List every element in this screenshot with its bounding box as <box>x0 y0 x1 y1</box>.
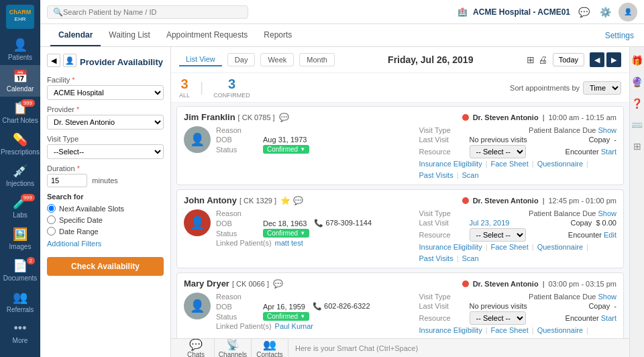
gift-icon[interactable]: 🎁 <box>629 52 644 68</box>
past-visits-link-1[interactable]: Past Visits <box>419 171 453 179</box>
today-button[interactable]: Today <box>553 53 584 66</box>
keyboard-icon[interactable]: ⌨️ <box>629 117 644 133</box>
questionnaire-link-3[interactable]: Questionnaire <box>537 326 584 334</box>
tab-waiting-list[interactable]: Waiting List <box>101 25 158 46</box>
questionnaire-link-2[interactable]: Questionnaire <box>537 243 584 251</box>
linked-patients-row-2: Linked Patient(s) matt test <box>216 239 414 247</box>
questionnaire-link-1[interactable]: Questionnaire <box>537 160 584 168</box>
search-box[interactable]: 🔍 <box>47 5 248 19</box>
bottom-channels[interactable]: 📡 Channels <box>215 339 252 358</box>
encounter-link-2[interactable]: Edit <box>604 231 616 239</box>
wand-icon[interactable]: 🔮 <box>629 74 644 90</box>
action-links-2: Insurance Eligibility | Face Sheet | Que… <box>419 243 617 262</box>
sort-select[interactable]: Time <box>583 81 621 95</box>
radio-date-range[interactable]: Date Range <box>47 227 164 236</box>
help-icon[interactable]: ❓ <box>629 95 644 111</box>
linked-patient-link-2[interactable]: matt test <box>275 239 303 247</box>
check-availability-button[interactable]: Check Availability <box>47 257 164 276</box>
balance-link-3[interactable]: Show <box>598 293 616 301</box>
view-week[interactable]: Week <box>260 53 294 66</box>
separator-2: | <box>543 197 545 205</box>
resource-select-3[interactable]: -- Select -- <box>470 311 526 325</box>
past-visits-link-2[interactable]: Past Visits <box>419 254 453 262</box>
status-badge-2[interactable]: Confirmed ▼ <box>263 229 309 238</box>
sidebar-item-calendar[interactable]: 📅 Calendar <box>0 65 40 97</box>
sidebar-item-referrals[interactable]: 👥 Referrals <box>0 286 40 317</box>
chat-icon-2[interactable]: 💬 <box>293 196 303 205</box>
settings-link[interactable]: Settings <box>605 31 634 40</box>
facility-select[interactable]: ACME Hospital <box>47 85 164 100</box>
print-icon[interactable]: 🖨 <box>538 54 547 65</box>
search-input[interactable] <box>63 8 242 16</box>
insurance-link-1[interactable]: Insurance Eligibility <box>419 160 482 168</box>
sidebar-item-chartnotes[interactable]: 📋 999 Chart Notes <box>0 97 40 128</box>
encounter-link-3[interactable]: Start <box>601 314 616 322</box>
scan-link-1[interactable]: Scan <box>462 171 479 179</box>
table-icon[interactable]: ⊞ <box>631 138 644 154</box>
chat-icon-1[interactable]: 💬 <box>279 113 289 122</box>
labs-badge: 999 <box>21 194 35 201</box>
contacts-icon: 👥 <box>263 338 276 351</box>
status-badge-1[interactable]: Confirmed ▼ <box>263 145 309 154</box>
sidebar-item-injections[interactable]: 💉 Injections <box>0 160 40 191</box>
view-month[interactable]: Month <box>299 53 335 66</box>
sidebar-item-documents[interactable]: 📄 2 Documents <box>0 254 40 286</box>
resource-lbl-2: Resource <box>419 231 470 239</box>
appt-time-1: 10:00 am - 10:15 am <box>548 113 616 121</box>
star-icon-2[interactable]: ⭐ <box>280 196 290 205</box>
insurance-link-2[interactable]: Insurance Eligibility <box>419 243 482 251</box>
facesheet-link-3[interactable]: Face Sheet <box>491 326 529 334</box>
count-all-label: ALL <box>179 92 190 99</box>
messages-icon[interactable]: 💬 <box>576 4 592 20</box>
resource-select-1[interactable]: -- Select -- <box>470 145 526 158</box>
scan-link-2[interactable]: Scan <box>462 254 479 262</box>
bottom-contacts[interactable]: 👥 Contacts <box>252 339 288 358</box>
duration-required: * <box>77 164 80 172</box>
hospital-name: ACME Hospital - ACME01 <box>473 7 570 17</box>
tab-calendar[interactable]: Calendar <box>50 25 101 46</box>
next-month-btn[interactable]: ▶ <box>606 52 621 67</box>
resource-select-2[interactable]: -- Select -- <box>470 228 526 242</box>
chat-icon-3[interactable]: 💬 <box>273 279 283 289</box>
balance-link-2[interactable]: Show <box>598 209 616 217</box>
last-visit-val-2[interactable]: Jul 23, 2019 <box>470 219 510 227</box>
provider-select[interactable]: Dr. Steven Antonio <box>47 115 164 130</box>
prev-month-btn[interactable]: ◀ <box>590 52 604 67</box>
right-panel: List View Day Week Month Friday, Jul 26,… <box>171 47 629 357</box>
additional-filters[interactable]: Additional Filters <box>47 240 164 248</box>
appt-right-3: Visit Type Patient Balance Due Show Last… <box>419 293 617 338</box>
visit-type-select[interactable]: --Select-- <box>47 144 164 159</box>
sidebar-item-prescriptions[interactable]: 💊 Prescriptions <box>0 128 40 160</box>
encounter-link-1[interactable]: Start <box>601 148 616 156</box>
balance-link-1[interactable]: Show <box>598 126 616 134</box>
injections-icon: 💉 <box>13 164 28 178</box>
radio-next-available[interactable]: Next Available Slots <box>47 204 164 213</box>
left-panel: ◀ 👤 Provider Availability Facility * ACM… <box>40 47 171 357</box>
sidebar-item-labs[interactable]: 🧪 999 Labs <box>0 191 40 223</box>
facesheet-link-1[interactable]: Face Sheet <box>491 160 529 168</box>
topbar-right: 🏥 ACME Hospital - ACME01 💬 ⚙️ 👤 <box>458 3 637 21</box>
visit-type-lbl-3: Visit Type <box>419 293 470 301</box>
copay-val-3: - <box>614 302 616 310</box>
tab-reports[interactable]: Reports <box>256 25 300 46</box>
sidebar-item-patients[interactable]: 👤 Patients <box>0 34 40 65</box>
duration-row: Duration * minutes <box>47 164 164 187</box>
view-day[interactable]: Day <box>227 53 256 66</box>
duration-input[interactable] <box>47 174 87 187</box>
insurance-link-3[interactable]: Insurance Eligibility <box>419 326 482 334</box>
prev-panel-btn[interactable]: ◀ <box>47 54 60 67</box>
bottom-chats[interactable]: 💬 Chats <box>178 339 215 358</box>
grid-icon[interactable]: ⊞ <box>527 54 535 65</box>
tab-appointment-requests[interactable]: Appointment Requests <box>158 25 256 46</box>
radio-specific-date[interactable]: Specific Date <box>47 215 164 224</box>
avatar[interactable]: 👤 <box>619 3 637 21</box>
status-badge-3[interactable]: Confirmed ▼ <box>263 312 309 321</box>
facesheet-link-2[interactable]: Face Sheet <box>491 243 529 251</box>
view-list[interactable]: List View <box>179 53 222 66</box>
linked-patient-link-3[interactable]: Paul Kumar <box>275 322 313 330</box>
resource-lbl-1: Resource <box>419 148 470 156</box>
sidebar-item-images[interactable]: 🖼️ Images <box>0 223 40 254</box>
provider-icon-btn[interactable]: 👤 <box>63 54 76 67</box>
settings-icon[interactable]: ⚙️ <box>597 4 613 20</box>
sidebar-item-more[interactable]: ••• More <box>0 317 40 348</box>
